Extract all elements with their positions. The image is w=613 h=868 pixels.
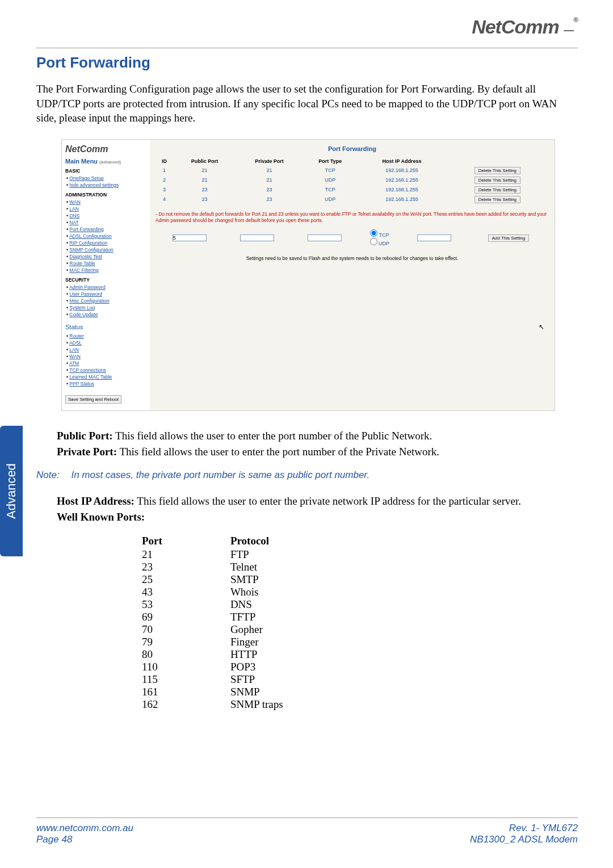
wk-row: 162SNMP traps — [142, 698, 351, 711]
wk-col-port: Port — [142, 535, 230, 548]
delete-button[interactable]: Delete This Setting — [475, 196, 520, 203]
note-text: Note: In most cases, the private port nu… — [36, 469, 578, 481]
nav-route-table[interactable]: Route Table — [69, 261, 95, 266]
router-sidebar: NetComm Main Menu (Advanced) BASIC OnePa… — [62, 140, 150, 410]
add-setting-button[interactable]: Add This Setting — [488, 234, 530, 242]
nav-port-forwarding[interactable]: Port Forwarding — [69, 227, 103, 232]
section-admin: ADMINISTRATION — [65, 192, 146, 198]
nav-status-wan[interactable]: WAN — [69, 354, 81, 359]
nav-status-router[interactable]: Router — [69, 333, 84, 339]
wk-row: 79Finger — [142, 636, 351, 648]
col-host-ip: Host IP Address — [358, 157, 446, 166]
nav-hide-advanced[interactable]: hide advanced settings — [69, 182, 119, 188]
wk-row: 161SNMP — [142, 686, 351, 698]
wk-row: 53DNS — [142, 598, 351, 611]
col-id: ID — [156, 157, 173, 166]
wk-row: 69TFTP — [142, 611, 351, 623]
nav-status-ppp[interactable]: PPP Status — [69, 381, 94, 387]
nav-status-adsl[interactable]: ADSL — [69, 340, 82, 346]
wk-row: 25SMTP — [142, 573, 351, 586]
table-row: 1 21 21 TCP 192.168.1.255 Delete This Se… — [156, 166, 549, 175]
nav-wan[interactable]: WAN — [69, 199, 81, 205]
host-ip-text: This field allows the user to enter the … — [135, 495, 521, 507]
nav-misc-config[interactable]: Misc Configuration — [69, 298, 109, 304]
nav-admin-password[interactable]: Admin Password — [69, 284, 106, 290]
section-basic: BASIC — [65, 168, 146, 174]
section-status: Status — [65, 324, 146, 330]
nav-status-tcp[interactable]: TCP connections — [69, 367, 106, 373]
private-port-label: Private Port: — [57, 446, 117, 458]
add-private-port-input[interactable] — [308, 234, 342, 241]
table-row: 4 23 23 UDP 192.168.1.255 Delete This Se… — [156, 195, 549, 204]
side-tab-advanced: Advanced — [0, 426, 23, 556]
col-action — [446, 157, 549, 166]
delete-button[interactable]: Delete This Setting — [475, 186, 520, 194]
add-id-input[interactable] — [173, 234, 207, 241]
udp-radio[interactable] — [370, 238, 377, 245]
add-host-ip-input[interactable] — [417, 234, 451, 241]
router-content-pane: Port Forwarding ID Public Port Private P… — [150, 140, 555, 410]
nav-mac-filtering[interactable]: MAC Filtering — [69, 267, 98, 273]
private-port-text: This field allows the user to enter the … — [117, 446, 439, 458]
section-security: SECURITY — [65, 277, 146, 283]
wk-row: 23Telnet — [142, 561, 351, 573]
table-row: 3 23 23 TCP 192.168.1.255 Delete This Se… — [156, 185, 549, 195]
col-port-type: Port Type — [303, 157, 358, 166]
public-port-text: This field allows the user to enter the … — [113, 430, 433, 442]
nav-status-lan[interactable]: LAN — [69, 347, 79, 353]
table-row: 2 21 21 UDP 192.168.1.255 Delete This Se… — [156, 175, 549, 185]
footer-rev: Rev. 1- YML672 — [470, 823, 578, 834]
sidebar-logo: NetComm — [65, 144, 146, 154]
intro-text: The Port Forwarding Configuration page a… — [36, 82, 578, 125]
add-row: TCP UDP Add This Setting — [156, 228, 549, 248]
nav-onepage-setup[interactable]: OnePage Setup — [69, 175, 104, 181]
wk-row: 21FTP — [142, 548, 351, 561]
tcp-radio[interactable] — [370, 229, 377, 237]
nav-system-log[interactable]: System Log — [69, 305, 95, 311]
nav-user-password[interactable]: User Password — [69, 291, 102, 297]
page-footer: www.netcomm.com.au Page 48 Rev. 1- YML67… — [36, 817, 578, 845]
warning-text: - Do not remove the default port forward… — [156, 211, 549, 224]
col-private-port: Private Port — [236, 157, 303, 166]
nav-status-atm[interactable]: ATM — [69, 360, 79, 366]
well-known-ports-table: PortProtocol 21FTP 23Telnet 25SMTP 43Who… — [142, 535, 578, 711]
nav-code-update[interactable]: Code Update — [69, 312, 98, 317]
host-ip-definition: Host IP Address: This field allows the u… — [57, 493, 578, 526]
host-ip-label: Host IP Address: — [57, 495, 135, 507]
port-forward-table: ID Public Port Private Port Port Type Ho… — [156, 157, 549, 204]
nav-status-mac[interactable]: Learned MAC Table — [69, 374, 112, 380]
wk-row: 43Whois — [142, 586, 351, 598]
main-menu-label: Main Menu (Advanced) — [65, 158, 146, 165]
udp-radio-label[interactable]: UDP — [370, 241, 390, 246]
delete-button[interactable]: Delete This Setting — [475, 167, 520, 174]
nav-dns[interactable]: DNS — [69, 213, 79, 219]
wk-row: 110POP3 — [142, 661, 351, 673]
pane-title: Port Forwarding — [156, 145, 549, 152]
brand-logo: NetComm —® — [472, 16, 578, 38]
definitions: Public Port: This field allows the user … — [57, 428, 578, 460]
nav-adsl-config[interactable]: ADSL Configuration — [69, 233, 112, 239]
nav-snmp-config[interactable]: SNMP Configuration — [69, 247, 113, 253]
footer-url: www.netcomm.com.au — [36, 823, 133, 834]
wk-row: 80HTTP — [142, 648, 351, 661]
tcp-radio-label[interactable]: TCP — [370, 232, 389, 238]
save-reboot-button[interactable]: Save Setting and Reboot — [65, 395, 121, 404]
delete-button[interactable]: Delete This Setting — [475, 177, 520, 184]
col-public-port: Public Port — [173, 157, 236, 166]
well-known-ports-label: Well Known Ports: — [57, 511, 145, 523]
nav-rip-config[interactable]: RIP Configuration — [69, 240, 107, 246]
footer-page: Page 48 — [36, 834, 133, 845]
page-title: Port Forwarding — [36, 54, 578, 72]
wk-row: 115SFTP — [142, 673, 351, 686]
footer-model: NB1300_2 ADSL Modem — [470, 834, 578, 845]
nav-nat[interactable]: NAT — [69, 220, 78, 225]
wk-row: 70Gopher — [142, 623, 351, 636]
wk-col-protocol: Protocol — [230, 535, 351, 548]
cursor-icon: ↖ — [539, 323, 544, 331]
nav-lan[interactable]: LAN — [69, 206, 79, 212]
divider-top — [36, 48, 578, 48]
public-port-label: Public Port: — [57, 430, 113, 442]
add-public-port-input[interactable] — [240, 234, 274, 241]
save-note: Settings need to be saved to Flash and t… — [156, 255, 549, 261]
nav-diagnostic[interactable]: Diagnostic Test — [69, 254, 102, 259]
